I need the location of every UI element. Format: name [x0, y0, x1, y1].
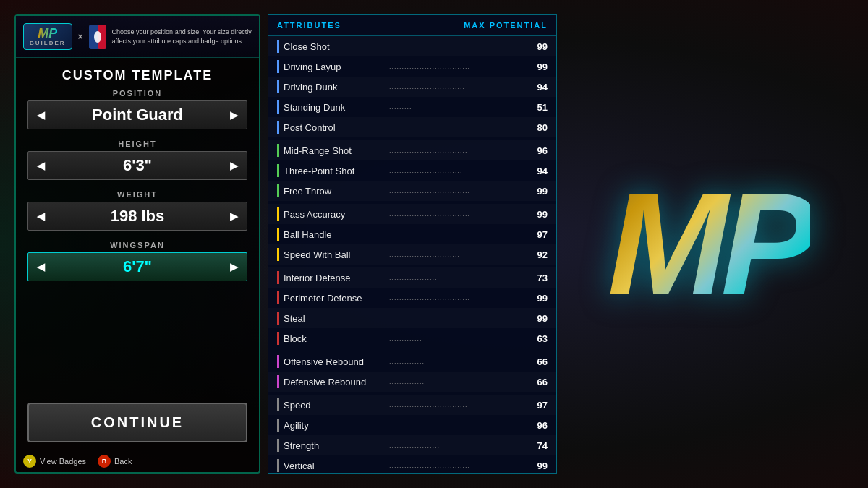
- attribute-name: Driving Dunk: [284, 82, 337, 93]
- mp-logo: MP: [608, 161, 810, 328]
- wingspan-left-arrow[interactable]: ◀: [28, 255, 54, 278]
- table-row: Defensive Rebound..............66: [268, 372, 556, 392]
- attribute-name: Three-Point Shot: [284, 166, 354, 176]
- nba-logo: [89, 25, 106, 49]
- template-title: CUSTOM TEMPLATE: [16, 58, 259, 89]
- height-section: HEIGHT ◀ 6'3" ▶: [16, 140, 259, 190]
- view-badges-nav[interactable]: Y View Badges: [23, 455, 86, 468]
- attr-value: 99: [526, 41, 548, 52]
- wingspan-label: WINGSPAN: [27, 241, 247, 249]
- attr-dots: ...............................: [389, 147, 523, 154]
- attr-dots: ................................: [389, 294, 523, 301]
- height-right-arrow[interactable]: ▶: [221, 154, 247, 177]
- attr-value: 96: [526, 420, 548, 431]
- attr-dots: ...............................: [389, 231, 523, 238]
- attr-bar-area: .............63: [389, 333, 548, 344]
- table-row: Vertical................................…: [268, 455, 556, 474]
- wingspan-right-arrow[interactable]: ▶: [221, 255, 247, 278]
- height-left-arrow[interactable]: ◀: [28, 154, 54, 177]
- attr-value: 96: [526, 145, 548, 156]
- attr-bar-area: ............................92: [389, 249, 548, 260]
- weight-value: 198 lbs: [54, 202, 221, 230]
- attribute-name: Strength: [284, 440, 319, 451]
- attributes-panel: ATTRIBUTES MAX POTENTIAL Close Shot.....…: [268, 14, 557, 474]
- attr-bar-area: .........51: [389, 102, 548, 113]
- weight-left-arrow[interactable]: ◀: [28, 205, 54, 228]
- attr-value: 63: [526, 333, 548, 344]
- attr-dots: ..............: [389, 358, 523, 365]
- attr-dots: ............................: [389, 251, 523, 258]
- b-button: B: [98, 455, 111, 468]
- attr-dots: ........................: [389, 124, 523, 131]
- attr-dots: ................................: [389, 462, 523, 469]
- attr-dots: ................................: [389, 314, 523, 322]
- attr-bar-area: ..............................96: [389, 420, 548, 431]
- mp-logo-area: MP: [571, 100, 846, 389]
- attribute-name: Agility: [284, 420, 309, 431]
- table-row: Block.............63: [268, 328, 556, 348]
- attr-bar-area: ..............................94: [389, 82, 548, 93]
- attr-dots: ..............: [389, 378, 523, 385]
- attribute-name: Defensive Rebound: [284, 377, 366, 388]
- table-row: Pass Accuracy...........................…: [268, 204, 556, 224]
- table-row: Offensive Rebound..............66: [268, 351, 556, 372]
- attribute-name: Driving Layup: [284, 61, 341, 72]
- attribute-name: Pass Accuracy: [284, 209, 345, 220]
- attr-dots: ................................: [389, 210, 523, 218]
- position-section: POSITION ◀ Point Guard ▶: [16, 89, 259, 140]
- bottom-nav: Y View Badges B Back: [16, 450, 259, 472]
- attr-bar-area: ................................99: [389, 186, 548, 197]
- back-nav[interactable]: B Back: [98, 455, 132, 468]
- attr-dots: ...................: [389, 274, 523, 281]
- attribute-name: Interior Defense: [284, 273, 351, 283]
- attr-bar-area: .............................94: [389, 166, 548, 176]
- attr-value: 99: [526, 61, 548, 72]
- attribute-name: Vertical: [284, 461, 315, 471]
- attr-rows-container: Close Shot..............................…: [268, 36, 556, 474]
- attr-bar-area: ...................73: [389, 273, 548, 283]
- attr-bar-area: ...............................97: [389, 229, 548, 240]
- mp-builder-logo: MP BUILDER: [23, 23, 72, 50]
- attr-dots: ..............................: [389, 421, 523, 429]
- attr-bar-area: ................................99: [389, 41, 548, 52]
- position-value: Point Guard: [54, 101, 221, 129]
- attribute-name: Speed With Ball: [284, 249, 351, 260]
- weight-label: WEIGHT: [27, 190, 247, 199]
- attr-value: 94: [526, 166, 548, 176]
- table-row: Agility..............................96: [268, 415, 556, 435]
- attribute-name: Free Throw: [284, 186, 331, 197]
- attr-value: 66: [526, 356, 548, 367]
- position-right-arrow[interactable]: ▶: [221, 103, 247, 127]
- table-row: Perimeter Defense.......................…: [268, 288, 556, 308]
- attr-dots: .........: [389, 103, 523, 111]
- weight-right-arrow[interactable]: ▶: [221, 205, 247, 228]
- attr-value: 73: [526, 273, 548, 283]
- attribute-name: Post Control: [284, 122, 336, 133]
- table-row: Mid-Range Shot..........................…: [268, 140, 556, 160]
- attr-bar-area: ...............................97: [389, 400, 548, 411]
- continue-button[interactable]: CONTINUE: [27, 403, 247, 442]
- svg-point-2: [94, 31, 101, 43]
- attr-value: 80: [526, 122, 548, 133]
- attribute-name: Block: [284, 333, 307, 344]
- attr-value: 99: [526, 209, 548, 220]
- attr-dots: ................................: [389, 43, 523, 50]
- attr-bar-area: ...............................96: [389, 145, 548, 156]
- attribute-name: Close Shot: [284, 41, 330, 52]
- wingspan-control: ◀ 6'7" ▶: [27, 252, 247, 281]
- attr-value: 99: [526, 313, 548, 324]
- attr-dots: ..............................: [389, 83, 523, 90]
- attr-dots: ................................: [389, 187, 523, 194]
- table-row: Ball Handle.............................…: [268, 224, 556, 244]
- mp-logo-text: MP: [38, 27, 57, 40]
- attr-bar-area: ....................74: [389, 440, 548, 451]
- table-row: Strength....................74: [268, 435, 556, 455]
- position-control: ◀ Point Guard ▶: [27, 100, 247, 129]
- attr-value: 97: [526, 400, 548, 411]
- attribute-name: Mid-Range Shot: [284, 145, 352, 156]
- position-left-arrow[interactable]: ◀: [28, 103, 54, 127]
- panel-header: MP BUILDER × Choose your position and si…: [16, 16, 259, 58]
- attr-dots: ...............................: [389, 401, 523, 408]
- table-row: Close Shot..............................…: [268, 36, 556, 56]
- attr-bar-area: ..............66: [389, 356, 548, 367]
